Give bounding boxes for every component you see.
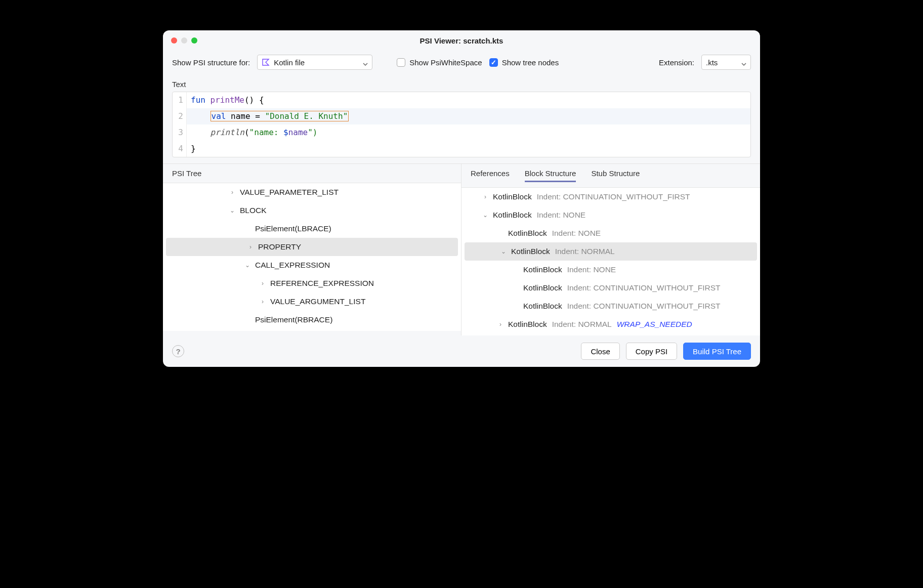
code-line: println("name: $name") [187, 124, 750, 141]
psi-viewer-window: PSI Viewer: scratch.kts Show PSI structu… [163, 30, 760, 367]
block-indent-info: Indent: NONE [567, 265, 616, 274]
chevron-down-icon [363, 60, 368, 65]
block-name: KotlinBlock [523, 302, 562, 311]
line-number: 2 [173, 108, 187, 124]
tree-row[interactable]: KotlinBlockIndent: NONE [461, 224, 760, 242]
checkbox-checked-icon [489, 58, 498, 67]
chevron-right-icon: › [482, 193, 489, 200]
tree-node-label: PROPERTY [258, 242, 301, 251]
psi-tree[interactable]: ›VALUE_PARAMETER_LIST⌄BLOCKPsiElement(LB… [163, 183, 461, 331]
block-name: KotlinBlock [493, 192, 532, 201]
window-controls [163, 37, 197, 44]
block-indent-info: Indent: CONTINUATION_WITHOUT_FIRST [537, 192, 690, 201]
tree-node-label: BLOCK [240, 206, 267, 215]
panes: PSI Tree ›VALUE_PARAMETER_LIST⌄BLOCKPsiE… [163, 163, 760, 335]
tree-row[interactable]: ⌄KotlinBlockIndent: NORMAL [465, 242, 757, 261]
code-editor[interactable]: 1 fun printMe() { 2 val name = "Donald E… [172, 92, 751, 157]
psi-tree-label: PSI Tree [172, 169, 201, 178]
kotlin-icon [262, 58, 270, 66]
block-indent-info: Indent: NORMAL [555, 247, 615, 256]
block-name: KotlinBlock [493, 211, 532, 220]
chevron-down-icon: ⌄ [482, 212, 489, 219]
block-name: KotlinBlock [511, 247, 550, 256]
show-whitespace-checkbox[interactable]: Show PsiWhiteSpace [397, 58, 482, 67]
tab-block-structure[interactable]: Block Structure [525, 169, 576, 182]
extension-select[interactable]: .kts [701, 55, 751, 70]
code-line: } [187, 141, 750, 157]
window-title: PSI Viewer: scratch.kts [163, 36, 760, 45]
tree-row[interactable]: ›KotlinBlockIndent: NORMALWRAP_AS_NEEDED [461, 315, 760, 333]
show-whitespace-label: Show PsiWhiteSpace [409, 58, 482, 67]
tree-row[interactable]: ›KotlinBlockIndent: CONTINUATION_WITHOUT… [461, 188, 760, 206]
help-icon[interactable]: ? [172, 345, 184, 357]
toolbar: Show PSI structure for: Kotlin file Show… [163, 51, 760, 75]
chevron-down-icon: ⌄ [229, 207, 236, 214]
checkbox-icon [397, 58, 405, 67]
show-tree-nodes-label: Show tree nodes [502, 58, 559, 67]
tree-row[interactable]: KotlinBlockIndent: CONTINUATION_WITHOUT_… [461, 297, 760, 315]
extension-value: .kts [706, 58, 718, 67]
language-value: Kotlin file [274, 58, 305, 67]
chevron-right-icon: › [247, 243, 254, 250]
footer: ? Close Copy PSI Build PSI Tree [163, 335, 760, 367]
code-line: fun printMe() { [187, 92, 750, 108]
close-button[interactable]: Close [581, 343, 619, 360]
tab-stub-structure[interactable]: Stub Structure [591, 169, 640, 182]
tree-node-label: REFERENCE_EXPRESSION [270, 279, 374, 288]
tree-node-label: PsiElement(LBRACE) [255, 224, 331, 233]
chevron-right-icon: › [259, 280, 266, 287]
tree-node-label: VALUE_ARGUMENT_LIST [270, 297, 365, 306]
text-section-label: Text [163, 75, 760, 92]
tree-row[interactable]: ⌄KotlinBlockIndent: NONE [461, 206, 760, 224]
code-line: val name = "Donald E. Knuth" [187, 108, 750, 124]
block-indent-info: Indent: NORMAL [552, 320, 612, 329]
block-structure-tree[interactable]: ›KotlinBlockIndent: CONTINUATION_WITHOUT… [461, 187, 760, 335]
tree-row[interactable]: KotlinBlockIndent: CONTINUATION_WITHOUT_… [461, 279, 760, 297]
chevron-down-icon: ⌄ [500, 248, 507, 255]
tree-node-label: VALUE_PARAMETER_LIST [240, 188, 339, 197]
close-window-icon[interactable] [171, 37, 177, 44]
tree-row[interactable]: PsiElement(RBRACE) [163, 311, 461, 329]
tab-references[interactable]: References [471, 169, 510, 182]
tree-row[interactable]: ›VALUE_ARGUMENT_LIST [163, 292, 461, 311]
block-indent-info: Indent: NONE [537, 211, 586, 220]
extension-label: Extension: [659, 58, 694, 67]
tree-node-label: PsiElement(RBRACE) [255, 315, 332, 324]
tree-row[interactable]: ⌄CALL_EXPRESSION [163, 256, 461, 274]
chevron-right-icon: › [259, 298, 266, 305]
block-name: KotlinBlock [523, 265, 562, 274]
psi-tree-pane: PSI Tree ›VALUE_PARAMETER_LIST⌄BLOCKPsiE… [163, 164, 461, 335]
build-psi-tree-button[interactable]: Build PSI Tree [683, 343, 751, 360]
tree-row[interactable]: PsiElement(LBRACE) [163, 220, 461, 238]
tree-node-label: CALL_EXPRESSION [255, 261, 330, 270]
tree-row[interactable]: ›REFERENCE_EXPRESSION [163, 274, 461, 292]
block-name: KotlinBlock [508, 320, 547, 329]
wrap-policy: WRAP_AS_NEEDED [617, 320, 692, 329]
chevron-right-icon: › [229, 189, 236, 196]
chevron-down-icon: ⌄ [244, 262, 251, 269]
tree-row[interactable]: ⌄BLOCK [163, 201, 461, 220]
line-number: 3 [173, 124, 187, 141]
block-indent-info: Indent: NONE [552, 229, 601, 238]
copy-psi-button[interactable]: Copy PSI [626, 343, 677, 360]
zoom-window-icon[interactable] [191, 37, 197, 44]
show-structure-label: Show PSI structure for: [172, 58, 250, 67]
tree-row[interactable]: ›VALUE_PARAMETER_LIST [163, 183, 461, 201]
block-name: KotlinBlock [508, 229, 547, 238]
tree-row[interactable]: ›PROPERTY [166, 238, 458, 256]
show-tree-nodes-checkbox[interactable]: Show tree nodes [489, 58, 559, 67]
titlebar: PSI Viewer: scratch.kts [163, 30, 760, 51]
line-number: 1 [173, 92, 187, 108]
block-indent-info: Indent: CONTINUATION_WITHOUT_FIRST [567, 302, 721, 311]
line-number: 4 [173, 141, 187, 157]
block-name: KotlinBlock [523, 283, 562, 292]
language-select[interactable]: Kotlin file [257, 55, 372, 70]
minimize-window-icon[interactable] [181, 37, 187, 44]
chevron-right-icon: › [497, 321, 504, 328]
chevron-down-icon [741, 60, 746, 65]
details-pane: References Block Structure Stub Structur… [461, 164, 760, 335]
tree-row[interactable]: KotlinBlockIndent: NONE [461, 261, 760, 279]
block-indent-info: Indent: CONTINUATION_WITHOUT_FIRST [567, 283, 721, 292]
